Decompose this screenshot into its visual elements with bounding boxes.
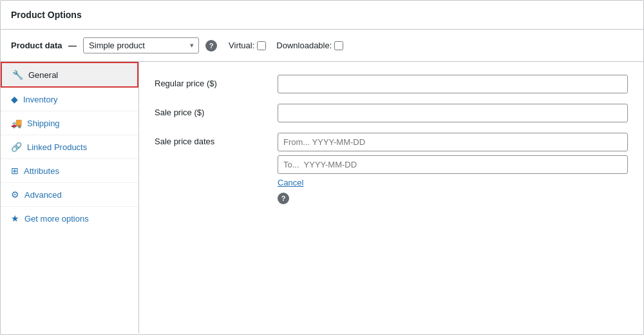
sidebar-item-inventory-label: Inventory — [23, 95, 57, 104]
attributes-icon: ⊞ — [11, 166, 19, 176]
product-data-label: Product data — — [11, 41, 77, 50]
sidebar-item-get-more-options[interactable]: ★ Get more options — [1, 207, 138, 230]
wrench-icon: 🔧 — [12, 70, 23, 80]
regular-price-input[interactable] — [278, 75, 628, 93]
downloadable-label[interactable]: Downloadable: — [276, 41, 343, 50]
product-type-help-icon[interactable]: ? — [205, 40, 217, 52]
sidebar-item-general-label: General — [28, 70, 58, 80]
panel-header: Product Options — [1, 1, 643, 30]
main-area: 🔧 General ◆ Inventory 🚚 Shipping 🔗 Linke… — [1, 62, 643, 333]
regular-price-label: Regular price ($) — [155, 75, 267, 88]
regular-price-input-wrapper — [278, 75, 628, 93]
sidebar-item-get-more-options-label: Get more options — [24, 214, 89, 224]
sale-price-help-icon[interactable]: ? — [278, 193, 289, 204]
sale-price-dates-row: Sale price dates Cancel ? — [155, 133, 628, 204]
shipping-icon: 🚚 — [11, 118, 22, 128]
virtual-checkbox[interactable] — [257, 41, 266, 50]
sidebar-item-advanced-label: Advanced — [24, 190, 62, 200]
sidebar-item-linked-products-label: Linked Products — [27, 142, 87, 152]
sale-price-input[interactable] — [278, 104, 628, 122]
sidebar-item-attributes[interactable]: ⊞ Attributes — [1, 159, 138, 183]
sale-price-input-wrapper — [278, 104, 628, 122]
sidebar-item-inventory[interactable]: ◆ Inventory — [1, 88, 138, 111]
sidebar-item-advanced[interactable]: ⚙ Advanced — [1, 183, 138, 207]
sidebar-item-shipping[interactable]: 🚚 Shipping — [1, 111, 138, 135]
regular-price-row: Regular price ($) — [155, 75, 628, 93]
product-type-wrapper: Simple product Variable product Grouped … — [83, 37, 199, 53]
sale-price-dates-group: Cancel ? — [278, 133, 628, 204]
product-options-panel: Product Options Product data — Simple pr… — [0, 0, 644, 335]
inventory-icon: ◆ — [11, 94, 18, 104]
sidebar-item-general[interactable]: 🔧 General — [1, 62, 138, 88]
sale-price-to-input[interactable] — [278, 155, 628, 174]
gear-icon: ⚙ — [11, 189, 19, 200]
sale-price-row: Sale price ($) — [155, 104, 628, 122]
panel-title: Product Options — [11, 10, 82, 20]
sidebar-item-shipping-label: Shipping — [27, 119, 60, 128]
content-area: Regular price ($) Sale price ($) Sale pr… — [139, 62, 643, 333]
sale-price-label: Sale price ($) — [155, 104, 267, 117]
virtual-downloadable-group: Virtual: Downloadable: — [229, 41, 343, 50]
sidebar-item-attributes-label: Attributes — [24, 166, 59, 176]
cancel-link[interactable]: Cancel — [278, 178, 628, 187]
virtual-label[interactable]: Virtual: — [229, 41, 266, 50]
link-icon: 🔗 — [11, 142, 22, 152]
product-type-select[interactable]: Simple product Variable product Grouped … — [83, 37, 199, 53]
product-data-bar: Product data — Simple product Variable p… — [1, 30, 643, 62]
sidebar: 🔧 General ◆ Inventory 🚚 Shipping 🔗 Linke… — [1, 62, 139, 333]
downloadable-checkbox[interactable] — [334, 41, 343, 50]
sale-price-dates-label: Sale price dates — [155, 133, 267, 146]
sale-price-from-input[interactable] — [278, 133, 628, 151]
sidebar-item-linked-products[interactable]: 🔗 Linked Products — [1, 135, 138, 159]
star-icon: ★ — [11, 213, 19, 224]
